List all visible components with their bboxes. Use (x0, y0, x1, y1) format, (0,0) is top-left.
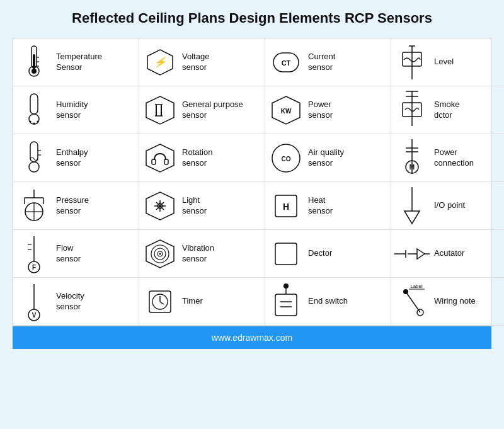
svg-point-3 (32, 69, 37, 74)
pressure-icon (18, 188, 50, 223)
general-icon (144, 93, 176, 127)
temperature-label: TemperatureSensor (56, 52, 102, 73)
cell-light: Lightsensor (139, 182, 265, 230)
heat-icon: H (270, 188, 302, 223)
svg-text:CO: CO (282, 156, 291, 163)
velocity-icon: V (18, 284, 50, 319)
power-connection-label: Powerconnection (434, 147, 474, 169)
general-label: General purposesensor (182, 100, 243, 121)
svg-text:M: M (410, 164, 415, 171)
cell-flow: F Flowsensor (13, 230, 139, 278)
cell-heat: H Heatsensor (265, 182, 391, 230)
air-quality-icon: CO (270, 140, 302, 175)
cell-vibration: Vibrationsensor (139, 230, 265, 278)
actuator-icon (396, 236, 428, 271)
current-label: Currentsensor (308, 52, 335, 73)
cell-enthalpy: Enthalpysensor (13, 134, 139, 182)
enthalpy-icon (18, 140, 50, 175)
dector-icon (270, 236, 302, 271)
svg-text:Label: Label (410, 283, 423, 289)
vibration-label: Vibrationsensor (182, 243, 214, 265)
timer-icon (144, 284, 176, 319)
svg-text:CT: CT (282, 59, 291, 67)
temperature-icon (18, 45, 50, 79)
actuator-label: Acutator (434, 248, 464, 259)
cell-current: CT Currentsensor (265, 38, 391, 86)
svg-marker-60 (404, 211, 420, 224)
voltage-icon: ⚡ (144, 45, 176, 79)
cell-dector: Dector (265, 230, 391, 278)
svg-line-84 (160, 302, 164, 304)
velocity-label: Velocitysensor (56, 291, 84, 312)
cell-air-quality: CO Air qualitysensor (265, 134, 391, 182)
svg-text:KW: KW (281, 108, 292, 115)
cell-temperature: TemperatureSensor (13, 38, 139, 86)
wiring-note-icon: Label (396, 284, 428, 319)
dector-label: Dector (308, 248, 332, 259)
svg-marker-76 (417, 249, 425, 259)
rotation-label: Rotationsensor (182, 147, 212, 169)
power-sensor-icon: KW (270, 93, 302, 127)
svg-point-16 (30, 121, 32, 123)
end-switch-icon (270, 284, 302, 319)
level-icon (396, 45, 428, 79)
air-quality-label: Air qualitysensor (308, 147, 344, 169)
humidity-icon (18, 93, 50, 127)
flow-icon: F (18, 236, 50, 271)
svg-point-71 (159, 253, 161, 255)
cell-rotation: Rotationsensor (139, 134, 265, 182)
current-icon: CT (270, 45, 302, 79)
svg-marker-19 (146, 96, 174, 124)
svg-rect-2 (33, 54, 35, 69)
humidity-label: Humiditysensor (56, 100, 88, 121)
timer-label: Timer (182, 296, 203, 307)
cell-timer: Timer (139, 278, 265, 326)
page: Reflected Ceiling Plans Design Elements … (0, 0, 504, 349)
svg-text:F: F (32, 264, 36, 271)
cell-voltage: ⚡ Voltagesensor (139, 38, 265, 86)
cell-actuator: Acutator (391, 230, 504, 278)
svg-line-91 (406, 292, 420, 312)
voltage-label: Voltagesensor (182, 52, 209, 73)
light-label: Lightsensor (182, 195, 207, 217)
svg-text:V: V (32, 312, 37, 319)
cell-wiring-note: Label Wiring note (391, 278, 504, 326)
cell-smoke: Smokedctor (391, 86, 504, 134)
cell-io-point: I/O point (391, 182, 504, 230)
svg-point-18 (37, 121, 39, 123)
svg-text:⚡: ⚡ (153, 56, 169, 68)
svg-point-17 (33, 123, 35, 125)
cell-pressure: Pressuresensor (13, 182, 139, 230)
cell-power-connection: M Powerconnection (391, 134, 504, 182)
page-title: Reflected Ceiling Plans Design Elements … (13, 10, 491, 26)
cell-power-sensor: KW Powersensor (265, 86, 391, 134)
enthalpy-label: Enthalpysensor (56, 147, 88, 169)
flow-label: Flowsensor (56, 243, 81, 265)
svg-rect-35 (152, 159, 156, 164)
symbol-grid: TemperatureSensor ⚡ Voltagesensor CT Cur… (13, 38, 491, 326)
svg-rect-14 (30, 94, 38, 114)
svg-marker-34 (146, 144, 174, 172)
footer-bar: www.edrawmax.com (13, 326, 491, 349)
level-label: Level (434, 57, 454, 67)
power-connection-icon: M (396, 140, 428, 175)
cell-humidity: Humiditysensor (13, 86, 139, 134)
cell-end-switch: End switch (265, 278, 391, 326)
cell-velocity: V Velocitysensor (13, 278, 139, 326)
wiring-note-label: Wiring note (434, 296, 476, 307)
rotation-icon (144, 140, 176, 175)
cell-general: General purposesensor (139, 86, 265, 134)
power-sensor-label: Powersensor (308, 100, 333, 121)
io-point-label: I/O point (434, 200, 465, 211)
svg-rect-36 (164, 159, 168, 164)
footer-text: www.edrawmax.com (212, 333, 292, 343)
heat-label: Heatsensor (308, 195, 333, 217)
light-icon (144, 188, 176, 223)
cell-level: Level (391, 38, 504, 86)
svg-point-31 (29, 162, 39, 172)
io-point-icon (396, 188, 428, 223)
pressure-label: Pressuresensor (56, 195, 89, 217)
svg-rect-86 (275, 294, 297, 316)
svg-text:H: H (283, 202, 289, 212)
vibration-icon (144, 236, 176, 271)
